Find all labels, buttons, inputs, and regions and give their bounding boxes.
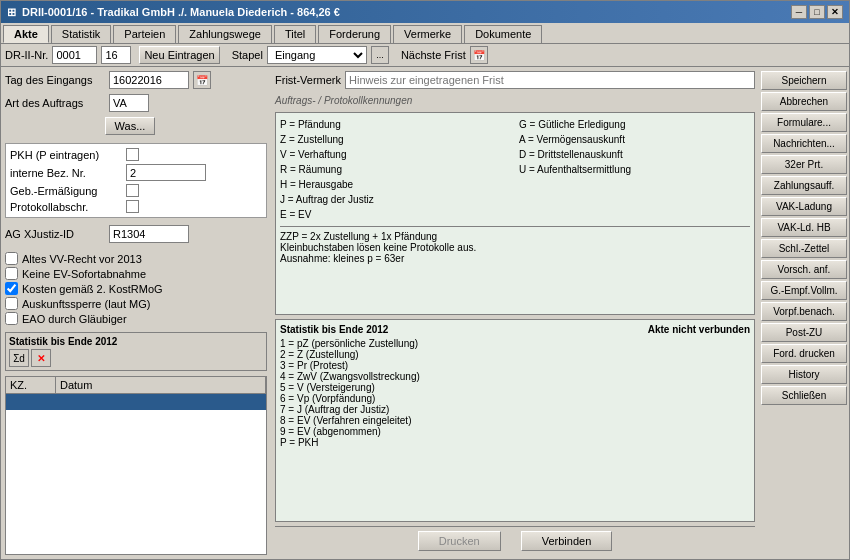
info-e: E = EV — [280, 207, 511, 222]
tab-akte[interactable]: Akte — [3, 25, 49, 43]
center-panel: Frist-Vermerk Auftrags- / Protokollkennu… — [271, 67, 759, 559]
tab-zahlungswege[interactable]: Zahlungswege — [178, 25, 272, 43]
info-col-left: P = Pfändung Z = Zustellung V = Verhaftu… — [280, 117, 511, 222]
interne-input[interactable] — [126, 164, 206, 181]
right-buttons-panel: Speichern Abbrechen Formulare... Nachric… — [759, 67, 849, 559]
info-r: R = Räumung — [280, 162, 511, 177]
stat-6: 6 = Vp (Vorpfändung) — [280, 393, 750, 404]
schl-zettel-button[interactable]: Schl.-Zettel — [761, 239, 847, 258]
klein-line: Kleinbuchstaben lösen keine Protokolle a… — [280, 242, 750, 253]
info-u: U = Aufenthaltsermittlung — [519, 162, 750, 177]
stat-sigma-icon[interactable]: Σd — [9, 349, 29, 367]
checkbox-eao-input[interactable] — [5, 312, 18, 325]
stat-delete-icon[interactable]: ✕ — [31, 349, 51, 367]
schliessen-button[interactable]: Schließen — [761, 386, 847, 405]
checkbox-auskunft-input[interactable] — [5, 297, 18, 310]
checkbox-altes-vv-label: Altes VV-Recht vor 2013 — [22, 253, 142, 265]
close-button[interactable]: ✕ — [827, 5, 843, 19]
tab-titel[interactable]: Titel — [274, 25, 316, 43]
post-zu-button[interactable]: Post-ZU — [761, 323, 847, 342]
stat-controls: Σd ✕ — [9, 349, 263, 367]
checkbox-altes-vv-input[interactable] — [5, 252, 18, 265]
stat-2: 2 = Z (Zustellung) — [280, 349, 750, 360]
geb-checkbox[interactable] — [126, 184, 139, 197]
pkh-checkbox[interactable] — [126, 148, 139, 161]
speichern-button[interactable]: Speichern — [761, 71, 847, 90]
pkh-label: PKH (P eintragen) — [10, 149, 120, 161]
frist-label: Frist-Vermerk — [275, 74, 341, 86]
info-col-right: G = Gütliche Erledigung A = Vermögensaus… — [519, 117, 750, 222]
info-g: G = Gütliche Erledigung — [519, 117, 750, 132]
tag-input[interactable] — [109, 71, 189, 89]
stat-box-left: Statistik bis Ende 2012 Σd ✕ — [5, 332, 267, 371]
neu-eintragen-button[interactable]: Neu Eintragen — [139, 46, 219, 64]
title-bar-controls: ─ □ ✕ — [791, 5, 843, 19]
ag-input[interactable] — [109, 225, 189, 243]
drucken-button[interactable]: Drucken — [418, 531, 501, 551]
stat-4: 4 = ZwV (Zwangsvollstreckung) — [280, 371, 750, 382]
checkbox-keine-ev-label: Keine EV-Sofortabnahme — [22, 268, 146, 280]
verbinden-button[interactable]: Verbinden — [521, 531, 613, 551]
vak-ladung-button[interactable]: VAK-Ladung — [761, 197, 847, 216]
tag-calendar-icon[interactable]: 📅 — [193, 71, 211, 89]
checkboxes-section: Altes VV-Recht vor 2013 Keine EV-Soforta… — [5, 252, 267, 325]
g-empf-vollm-button[interactable]: G.-Empf.Vollm. — [761, 281, 847, 300]
dr-label: DR-II-Nr. — [5, 49, 48, 61]
checkbox-altes-vv: Altes VV-Recht vor 2013 — [5, 252, 267, 265]
dr-input-1[interactable] — [52, 46, 97, 64]
formulare-button[interactable]: Formulare... — [761, 113, 847, 132]
checkbox-auskunft-label: Auskunftssperre (laut MG) — [22, 298, 150, 310]
geb-label: Geb.-Ermäßigung — [10, 185, 120, 197]
stat-7: 7 = J (Auftrag der Justiz) — [280, 404, 750, 415]
ausnahme-line: Ausnahme: kleines p = 63er — [280, 253, 750, 264]
vorpf-benach-button[interactable]: Vorpf.benach. — [761, 302, 847, 321]
history-button[interactable]: History — [761, 365, 847, 384]
info-z: Z = Zustellung — [280, 132, 511, 147]
dr-input-2[interactable] — [101, 46, 131, 64]
stats-col: 1 = pZ (persönliche Zustellung) 2 = Z (Z… — [280, 338, 750, 448]
col-datum: Datum — [56, 377, 266, 393]
maximize-button[interactable]: □ — [809, 5, 825, 19]
info-p: P = Pfändung — [280, 117, 511, 132]
interne-bez-row: interne Bez. Nr. — [10, 164, 262, 181]
interne-label: interne Bez. Nr. — [10, 167, 120, 179]
info-j: J = Auftrag der Justiz — [280, 192, 511, 207]
stapel-ellipsis-button[interactable]: ... — [371, 46, 389, 64]
checkbox-keine-ev-input[interactable] — [5, 267, 18, 280]
tab-parteien[interactable]: Parteien — [113, 25, 176, 43]
was-button[interactable]: Was... — [105, 117, 155, 135]
checkbox-kosten-input[interactable] — [5, 282, 18, 295]
stapel-dropdown[interactable]: Eingang — [267, 46, 367, 64]
window-title: DRII-0001/16 - Tradikal GmbH ./. Manuela… — [22, 6, 340, 18]
info-cols: P = Pfändung Z = Zustellung V = Verhaftu… — [280, 117, 750, 222]
vorsch-anf-button[interactable]: Vorsch. anf. — [761, 260, 847, 279]
minimize-button[interactable]: ─ — [791, 5, 807, 19]
title-bar: ⊞ DRII-0001/16 - Tradikal GmbH ./. Manue… — [1, 1, 849, 23]
nachrichten-button[interactable]: Nachrichten... — [761, 134, 847, 153]
naechste-frist-label: Nächste Frist — [401, 49, 466, 61]
32er-prt-button[interactable]: 32er Prt. — [761, 155, 847, 174]
tab-statistik[interactable]: Statistik — [51, 25, 112, 43]
ford-drucken-button[interactable]: Ford. drucken — [761, 344, 847, 363]
tab-dokumente[interactable]: Dokumente — [464, 25, 542, 43]
tab-vermerke[interactable]: Vermerke — [393, 25, 462, 43]
interne-box: PKH (P eintragen) interne Bez. Nr. Geb.-… — [5, 143, 267, 218]
art-input[interactable] — [109, 94, 149, 112]
geb-row: Geb.-Ermäßigung — [10, 184, 262, 197]
protokoll-checkbox[interactable] — [126, 200, 139, 213]
tab-forderung[interactable]: Forderung — [318, 25, 391, 43]
kz-table: KZ. Datum — [5, 376, 267, 555]
naechste-frist-calendar-icon[interactable]: 📅 — [470, 46, 488, 64]
window-icon: ⊞ — [7, 6, 16, 19]
frist-input[interactable] — [345, 71, 755, 89]
vak-ld-hb-button[interactable]: VAK-Ld. HB — [761, 218, 847, 237]
stats-box: Statistik bis Ende 2012 Akte nicht verbu… — [275, 319, 755, 522]
ag-label: AG XJustiz-ID — [5, 228, 105, 240]
ag-row: AG XJustiz-ID — [5, 225, 267, 243]
zahlungsauff-button[interactable]: Zahlungsauff. — [761, 176, 847, 195]
title-bar-left: ⊞ DRII-0001/16 - Tradikal GmbH ./. Manue… — [7, 6, 340, 19]
stat-5: 5 = V (Versteigerung) — [280, 382, 750, 393]
checkbox-kosten: Kosten gemäß 2. KostRMoG — [5, 282, 267, 295]
abbrechen-button[interactable]: Abbrechen — [761, 92, 847, 111]
akte-verbunden: Akte nicht verbunden — [648, 324, 750, 335]
